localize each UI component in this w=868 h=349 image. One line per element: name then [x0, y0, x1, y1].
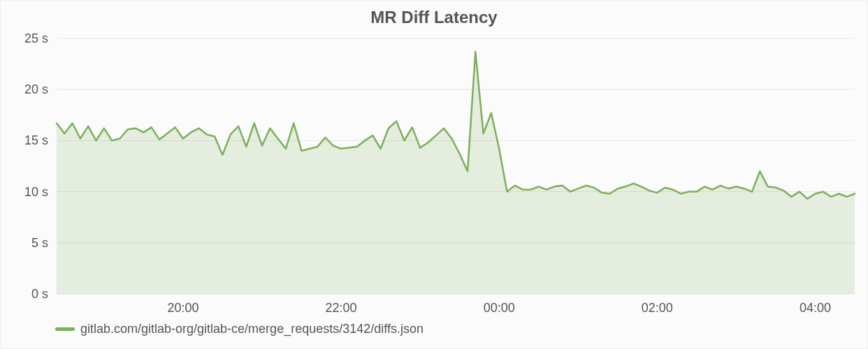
svg-text:15 s: 15 s [24, 133, 48, 147]
x-axis: 20:0022:0000:0002:0004:00 [167, 301, 831, 315]
legend-label: gitlab.com/gitlab-org/gitlab-ce/merge_re… [80, 322, 424, 336]
svg-text:5 s: 5 s [31, 236, 48, 250]
legend[interactable]: gitlab.com/gitlab-org/gitlab-ce/merge_re… [1, 322, 867, 339]
chart-plot[interactable]: 0 s5 s10 s15 s20 s25 s 20:0022:0000:0002… [1, 30, 867, 322]
chart-title: MR Diff Latency [1, 8, 867, 27]
series-area [57, 52, 855, 294]
svg-text:10 s: 10 s [24, 185, 48, 199]
svg-text:04:00: 04:00 [800, 301, 831, 315]
y-axis: 0 s5 s10 s15 s20 s25 s [24, 31, 48, 301]
chart-panel: MR Diff Latency 0 s5 s10 s15 s20 s25 s 2… [0, 0, 868, 349]
legend-swatch [55, 327, 75, 331]
svg-text:20:00: 20:00 [167, 301, 198, 315]
svg-text:22:00: 22:00 [326, 301, 357, 315]
svg-text:02:00: 02:00 [642, 301, 673, 315]
chart-svg: 0 s5 s10 s15 s20 s25 s 20:0022:0000:0002… [1, 30, 868, 322]
svg-text:25 s: 25 s [24, 31, 48, 45]
svg-text:0 s: 0 s [31, 287, 48, 301]
svg-text:00:00: 00:00 [484, 301, 515, 315]
svg-text:20 s: 20 s [24, 82, 48, 96]
